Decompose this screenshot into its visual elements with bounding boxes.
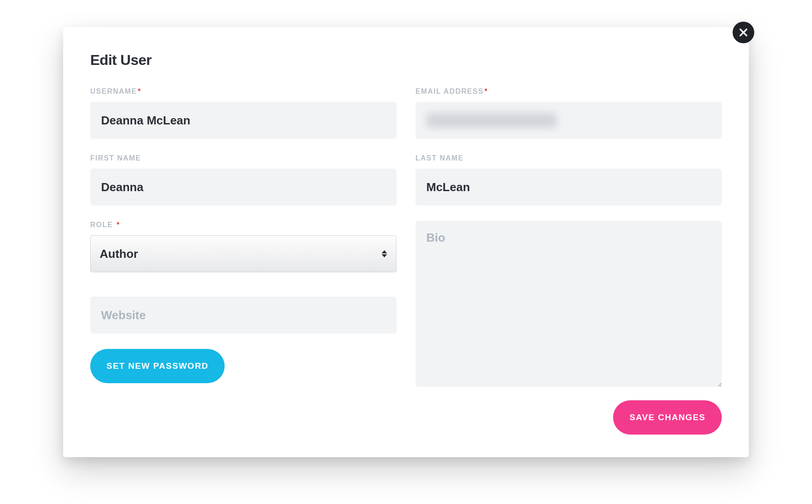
select-caret-icon: [382, 250, 387, 257]
last-name-field-group: LAST NAME: [415, 154, 722, 206]
last-name-label: LAST NAME: [415, 154, 722, 162]
redacted-overlay: [426, 113, 557, 128]
save-changes-button[interactable]: SAVE CHANGES: [613, 400, 722, 435]
website-input[interactable]: [90, 297, 397, 334]
first-name-input[interactable]: [90, 169, 397, 206]
role-select[interactable]: Author: [90, 235, 397, 272]
left-column-stack: ROLE * Author SET NEW PASSWORD: [90, 221, 397, 383]
role-select-value: Author: [100, 247, 382, 261]
first-name-field-group: FIRST NAME: [90, 154, 397, 206]
required-mark: *: [138, 87, 142, 95]
last-name-input[interactable]: [415, 169, 722, 206]
username-input[interactable]: [90, 102, 397, 139]
website-field-group: [90, 297, 397, 334]
required-mark: *: [116, 221, 120, 229]
first-name-label: FIRST NAME: [90, 154, 397, 162]
email-label: EMAIL ADDRESS*: [415, 87, 722, 96]
modal-title: Edit User: [90, 52, 722, 69]
bio-field-group: [415, 221, 722, 389]
email-field-group: EMAIL ADDRESS*: [415, 87, 722, 139]
required-mark: *: [484, 87, 488, 95]
close-button[interactable]: [733, 22, 754, 43]
email-label-text: EMAIL ADDRESS: [415, 87, 484, 95]
username-field-group: USERNAME*: [90, 87, 397, 139]
username-label-text: USERNAME: [90, 87, 137, 95]
role-field-group: ROLE * Author: [90, 221, 397, 272]
edit-user-modal: Edit User USERNAME* EMAIL ADDRESS*: [63, 27, 749, 457]
username-label: USERNAME*: [90, 87, 397, 96]
bio-textarea[interactable]: [415, 221, 722, 387]
set-new-password-button[interactable]: SET NEW PASSWORD: [90, 349, 225, 383]
close-icon: [739, 28, 748, 37]
password-button-group: SET NEW PASSWORD: [90, 349, 397, 383]
role-label: ROLE *: [90, 221, 397, 229]
role-label-text: ROLE: [90, 221, 113, 229]
modal-footer: SAVE CHANGES: [90, 400, 722, 435]
